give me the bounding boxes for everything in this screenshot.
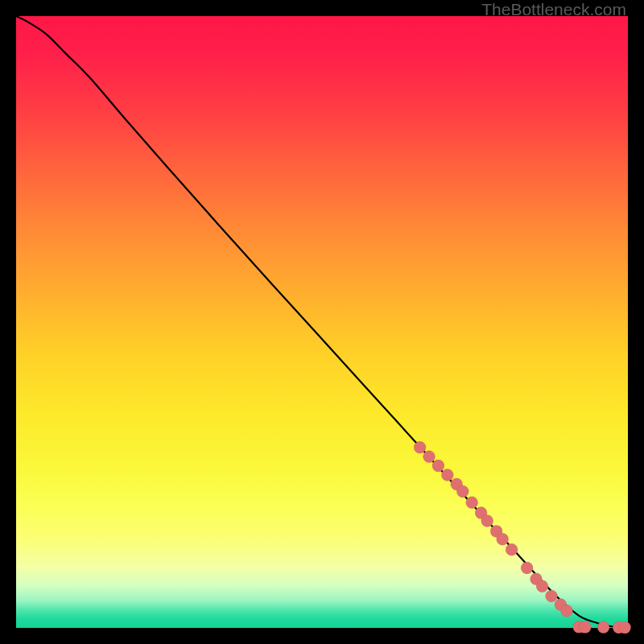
chart-container: TheBottleneck.com xyxy=(0,0,644,644)
data-point xyxy=(546,590,558,602)
data-point xyxy=(466,497,478,509)
data-point xyxy=(414,441,426,453)
data-point xyxy=(481,515,493,527)
data-point xyxy=(521,562,533,574)
data-point xyxy=(619,621,631,634)
chart-overlay xyxy=(16,16,628,628)
data-point xyxy=(441,469,453,481)
data-point xyxy=(432,460,444,472)
bottleneck-curve xyxy=(16,16,628,628)
data-points xyxy=(414,441,631,634)
data-point xyxy=(561,605,573,617)
data-point xyxy=(536,580,548,592)
data-point xyxy=(423,451,436,463)
data-point xyxy=(597,621,609,634)
data-point xyxy=(456,485,469,497)
data-point xyxy=(579,621,591,634)
data-point xyxy=(497,533,509,545)
plot-area xyxy=(16,16,628,628)
data-point xyxy=(506,543,518,555)
watermark-text: TheBottleneck.com xyxy=(481,0,626,19)
